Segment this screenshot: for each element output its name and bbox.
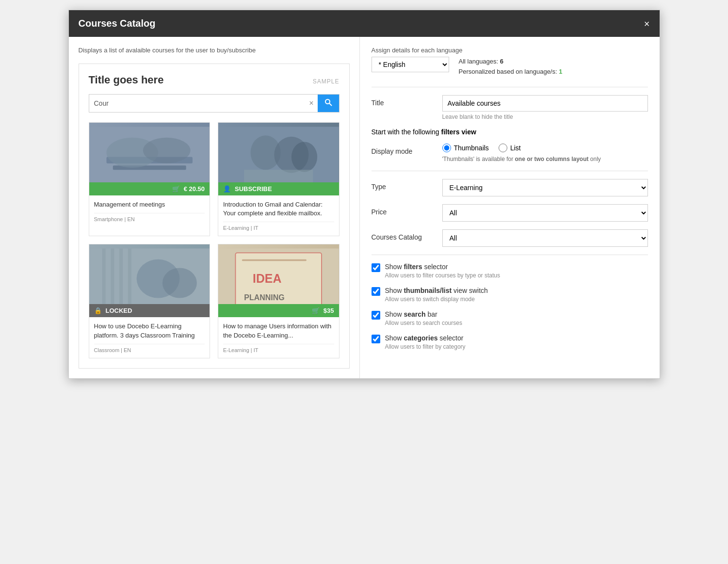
catalog-control: All bbox=[442, 229, 648, 247]
course-image: 🛒 € 20.50 bbox=[89, 123, 210, 195]
thumbnails-list-switch-checkbox[interactable] bbox=[372, 287, 380, 296]
hint-pre: 'Thumbnails' is available for bbox=[442, 156, 515, 162]
course-card: 🔒 LOCKED How to use Docebo E-Learning pl… bbox=[89, 244, 210, 358]
course-meta: E-Learning | IT bbox=[223, 344, 334, 353]
checkbox-label: Show search bar bbox=[385, 310, 462, 318]
price-label: Price bbox=[372, 204, 435, 216]
left-description: Displays a list of avalaible courses for… bbox=[79, 47, 350, 54]
catalog-form-row: Courses Catalog All bbox=[372, 229, 648, 247]
svg-text:IDEA: IDEA bbox=[253, 273, 281, 286]
search-input[interactable] bbox=[89, 96, 306, 111]
cart-icon-2: 🛒 bbox=[312, 307, 320, 314]
checkbox-hint: Allow users to switch display mode bbox=[385, 296, 488, 303]
checkbox-row: Show filters selector Allow users to fil… bbox=[372, 263, 648, 279]
type-select[interactable]: E-Learning All Classroom Webinar bbox=[442, 179, 648, 196]
label-pre: Show bbox=[385, 310, 404, 318]
price-control: All Free Paid bbox=[442, 204, 648, 222]
list-option[interactable]: List bbox=[499, 144, 521, 152]
subscribe-icon: 👤 bbox=[223, 185, 231, 193]
course-image: 👤 SUBSCRIBE bbox=[218, 123, 339, 195]
course-title: How to use Docebo E-Learning platform. 3… bbox=[94, 322, 205, 339]
thumbnails-radio[interactable] bbox=[442, 144, 451, 152]
categories-selector-checkbox[interactable] bbox=[372, 335, 380, 343]
filters-label-bold: filters view bbox=[441, 128, 476, 136]
thumbnails-label: Thumbnails bbox=[454, 144, 489, 152]
all-languages-count: 6 bbox=[500, 58, 503, 65]
display-mode-label: Display mode bbox=[372, 144, 435, 155]
svg-rect-21 bbox=[242, 259, 307, 261]
checkbox-label: Show filters selector bbox=[385, 263, 500, 271]
personalized-languages-info: Personalized based on language/s: 1 bbox=[459, 67, 563, 77]
search-icon bbox=[324, 98, 332, 106]
checkboxes-section: Show filters selector Allow users to fil… bbox=[372, 263, 648, 350]
filters-selector-checkbox[interactable] bbox=[372, 263, 380, 272]
catalog-label: Courses Catalog bbox=[372, 229, 435, 241]
type-control: E-Learning All Classroom Webinar bbox=[442, 179, 648, 196]
search-button[interactable] bbox=[318, 95, 339, 112]
thumbnails-option[interactable]: Thumbnails bbox=[442, 144, 489, 152]
display-mode-row: Display mode Thumbnails List 'Thumbn bbox=[372, 144, 648, 163]
label-post: view switch bbox=[452, 287, 488, 294]
modal-header: Courses Catalog × bbox=[69, 10, 660, 37]
svg-point-10 bbox=[291, 142, 317, 172]
svg-line-1 bbox=[329, 103, 332, 106]
display-mode-radio-group: Thumbnails List bbox=[442, 144, 648, 152]
list-radio[interactable] bbox=[499, 144, 507, 152]
course-meta: E-Learning | IT bbox=[223, 222, 334, 231]
language-select[interactable]: * English * French * German bbox=[372, 57, 449, 72]
checkbox-hint: Allow users to search courses bbox=[385, 320, 462, 326]
all-languages-info: All languages: 6 bbox=[459, 57, 563, 67]
price-select[interactable]: All Free Paid bbox=[442, 204, 648, 222]
search-bar-checkbox[interactable] bbox=[372, 311, 380, 320]
label-bold: categories bbox=[404, 334, 437, 342]
divider bbox=[372, 171, 648, 171]
preview-sample-label: SAMPLE bbox=[313, 78, 340, 85]
checkbox-row: Show thumbnails/list view switch Allow u… bbox=[372, 287, 648, 303]
checkbox-content: Show filters selector Allow users to fil… bbox=[385, 263, 500, 279]
course-image: 🔒 LOCKED bbox=[89, 244, 210, 317]
course-card: 👤 SUBSCRIBE Introduction to Gmail and Ca… bbox=[218, 122, 340, 236]
course-info: Introduction to Gmail and Calendar: Your… bbox=[218, 195, 339, 236]
svg-rect-15 bbox=[119, 249, 123, 313]
hint-bold: one or two columns layout bbox=[515, 156, 588, 162]
course-locked: LOCKED bbox=[106, 307, 132, 314]
title-form-row: Title Leave blank to hide the title bbox=[372, 95, 648, 120]
checkbox-row: Show search bar Allow users to search co… bbox=[372, 310, 648, 326]
svg-text:PLANNING: PLANNING bbox=[244, 293, 284, 302]
catalog-select[interactable]: All bbox=[442, 229, 648, 247]
label-post: selector bbox=[437, 334, 463, 342]
course-image: IDEA PLANNING 🛒 $35 bbox=[218, 244, 339, 317]
svg-rect-16 bbox=[128, 249, 131, 313]
cart-icon: 🛒 bbox=[172, 185, 180, 193]
label-pre: Show bbox=[385, 334, 404, 342]
close-button[interactable]: × bbox=[644, 19, 650, 29]
checkbox-row: Show categories selector Allow users to … bbox=[372, 334, 648, 350]
courses-catalog-modal: Courses Catalog × Displays a list of ava… bbox=[68, 10, 660, 379]
display-mode-control: Thumbnails List 'Thumbnails' is availabl… bbox=[442, 144, 648, 163]
all-languages-label: All languages: bbox=[459, 58, 499, 65]
course-title: Management of meetings bbox=[94, 200, 205, 209]
label-bold: search bbox=[404, 310, 425, 318]
title-input[interactable] bbox=[442, 95, 648, 112]
language-row: * English * French * German All language… bbox=[372, 57, 648, 77]
label-post: bar bbox=[426, 310, 437, 318]
label-pre: Show bbox=[385, 263, 404, 271]
label-bold: filters bbox=[404, 263, 422, 271]
filters-label-start: Start with the following bbox=[372, 128, 439, 136]
course-info: How to use Docebo E-Learning platform. 3… bbox=[89, 317, 210, 357]
checkbox-hint: Allow users to filter courses by type or… bbox=[385, 272, 500, 279]
course-info: Management of meetings Smartphone | EN bbox=[89, 195, 210, 227]
checkbox-label: Show categories selector bbox=[385, 334, 466, 342]
label-bold: thumbnails/list bbox=[404, 287, 452, 294]
svg-rect-11 bbox=[244, 170, 313, 183]
language-section: Assign details for each language * Engli… bbox=[372, 47, 648, 77]
svg-rect-14 bbox=[111, 249, 114, 313]
course-badge: 🔒 LOCKED bbox=[89, 304, 210, 317]
checkbox-content: Show thumbnails/list view switch Allow u… bbox=[385, 287, 488, 303]
language-info: All languages: 6 Personalized based on l… bbox=[459, 57, 563, 77]
personalized-count: 1 bbox=[559, 68, 562, 75]
divider bbox=[372, 255, 648, 255]
clear-search-button[interactable]: × bbox=[305, 99, 317, 108]
courses-grid: 🛒 € 20.50 Management of meetings Smartph… bbox=[89, 122, 340, 358]
preview-title: Title goes here bbox=[89, 74, 164, 86]
